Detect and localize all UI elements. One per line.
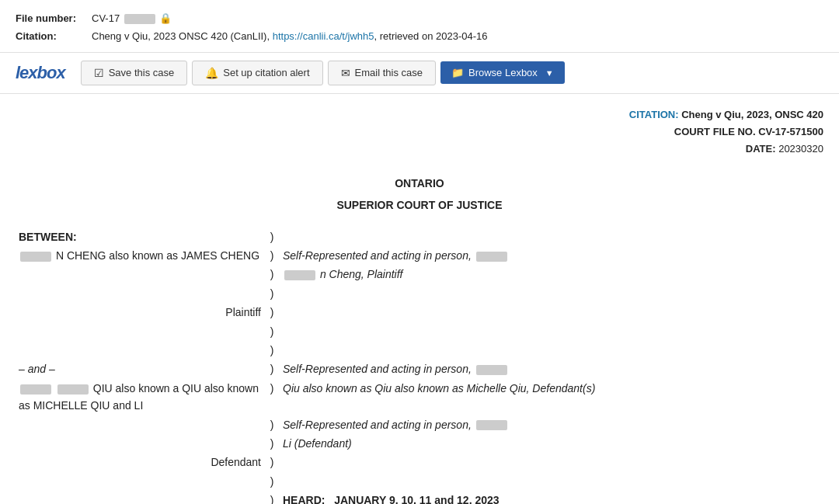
and-label-cell: – and – [16, 360, 264, 378]
and-row: – and – ) Self-Represented and acting in… [16, 360, 823, 378]
divider-cell-between: ) [264, 228, 280, 246]
redacted-def-rep2 [476, 420, 507, 430]
court-file-label: COURT FILE NO. [674, 126, 756, 137]
save-label: Save this case [109, 67, 175, 78]
file-number-label: File number: [16, 9, 85, 27]
court-file-line: COURT FILE NO. CV-17-571500 [16, 123, 823, 141]
plaintiff-label-row: Plaintiff ) [16, 303, 823, 322]
file-number-value: CV-17 🔒 [92, 9, 172, 27]
save-icon: ☑ [94, 67, 104, 79]
case-body: ONTARIO SUPERIOR COURT OF JUSTICE BETWEE… [0, 162, 839, 504]
email-button[interactable]: ✉ Email this case [328, 61, 436, 85]
heard-cell: HEARD: JANUARY 9, 10, 11 and 12, 2023 [280, 491, 823, 504]
defendant-rep1: Self-Represented and acting in person, [283, 363, 509, 375]
citation-alert-button[interactable]: 🔔 Set up citation alert [192, 61, 322, 85]
browse-label: Browse Lexbox [468, 67, 538, 78]
date-label: DATE: [746, 143, 776, 155]
court-division: SUPERIOR COURT OF JUSTICE [16, 196, 823, 215]
defendant-rep2-name: Li (Defendant) [283, 437, 352, 450]
lock-icon: 🔒 [159, 12, 172, 24]
defendant-label-row: Defendant ) [16, 453, 823, 471]
redacted-def1 [20, 384, 51, 395]
citation-label-text: CITATION: [629, 109, 679, 120]
blank-row2: ) [16, 341, 823, 360]
defendant-rep1-name: Qiu also known as Qiu also known as Mich… [283, 382, 595, 395]
court-file-val: CV-17-571500 [758, 126, 823, 137]
toolbar: lexbox ☑ Save this case 🔔 Set up citatio… [0, 52, 839, 94]
citation-alert-label: Set up citation alert [223, 67, 309, 78]
defendant-names: QIU also known a QIU also known as MICHE… [19, 382, 259, 412]
parties-table: BETWEEN: ) N CHENG also known as JAMES C… [16, 228, 823, 504]
citation-label: Citation: [16, 27, 85, 45]
plaintiff-rep: Self-Represented and acting in person, [283, 249, 509, 262]
plaintiff-rep-cell: Self-Represented and acting in person, [280, 246, 823, 265]
plaintiff-label: Plaintiff [225, 306, 261, 318]
case-header: CITATION: Cheng v Qiu, 2023, ONSC 420 CO… [0, 94, 839, 162]
heard-label: HEARD: [283, 494, 325, 504]
redacted-rep [476, 252, 507, 262]
plaintiff-name-cell: N CHENG also known as JAMES CHENG [16, 246, 264, 265]
blank-row1: ) [16, 322, 823, 341]
top-meta: File number: CV-17 🔒 Citation: Cheng v Q… [0, 0, 839, 52]
citation-link[interactable]: https://canlii.ca/t/jwhh5 [273, 30, 374, 42]
citation-value: Cheng v Qiu, 2023 ONSC 420 (CanLII), htt… [92, 27, 487, 45]
defendant-rep2-name-row: ) Li (Defendant) [16, 434, 823, 453]
between-row: BETWEEN: ) [16, 228, 823, 246]
plaintiff-name-row2: ) n Cheng, Plaintiff [16, 265, 823, 283]
chevron-down-icon: ▼ [545, 68, 554, 78]
citation-retrieved: , retrieved on 2023-04-16 [374, 30, 487, 42]
plaintiff-rep-name: n Cheng, Plaintiff [320, 268, 403, 280]
citation-val: Cheng v Qiu, 2023, ONSC 420 [681, 109, 823, 120]
date-line: DATE: 20230320 [16, 141, 823, 158]
plaintiff-name: N CHENG also known as JAMES CHENG [56, 249, 259, 262]
redacted-def-rep [476, 365, 507, 375]
defendant-rep2-name-cell: Li (Defendant) [280, 434, 823, 453]
browse-lexbox-button[interactable]: 📁 Browse Lexbox ▼ [440, 61, 565, 84]
between-label-cell: BETWEEN: [16, 228, 264, 246]
save-button[interactable]: ☑ Save this case [81, 61, 188, 85]
date-val: 20230320 [778, 143, 823, 155]
defendant-name-row: QIU also known a QIU also known as MICHE… [16, 379, 823, 415]
right-cell-between [280, 228, 823, 246]
heard-row: ) [16, 472, 823, 491]
plaintiff-name-row: N CHENG also known as JAMES CHENG ) Self… [16, 246, 823, 265]
heard-value-row: ) HEARD: JANUARY 9, 10, 11 and 12, 2023 [16, 491, 823, 504]
redacted-def2 [57, 384, 89, 395]
plaintiff-blank-row: ) [16, 284, 823, 303]
defendant-rep2: Self-Represented and acting in person, [283, 419, 509, 431]
redacted-rep2 [284, 270, 315, 280]
citation-line: CITATION: Cheng v Qiu, 2023, ONSC 420 [16, 106, 823, 123]
heard-value: JANUARY 9, 10, 11 and 12, 2023 [334, 494, 499, 504]
folder-icon: 📁 [451, 67, 464, 78]
defendant-rep1-name-cell: Qiu also known as Qiu also known as Mich… [280, 379, 823, 415]
plaintiff-label-cell: Plaintiff [16, 303, 264, 322]
blank-row3: ) Self-Represented and acting in person, [16, 415, 823, 434]
court-name: ONTARIO [16, 175, 823, 193]
citation-text: Cheng v Qiu, 2023 ONSC 420 (CanLII), [92, 30, 273, 42]
redacted-plaintiff [20, 252, 51, 262]
lexbox-logo: lexbox [16, 63, 65, 83]
redacted-block [124, 14, 155, 24]
email-icon: ✉ [341, 67, 350, 79]
heard-line: HEARD: JANUARY 9, 10, 11 and 12, 2023 [283, 494, 500, 504]
between-label: BETWEEN: [19, 231, 77, 243]
defendant-label-cell: Defendant [16, 453, 264, 471]
bell-icon: 🔔 [205, 67, 218, 79]
defendant-label: Defendant [211, 456, 261, 468]
and-label: – and – [19, 363, 55, 375]
email-label: Email this case [355, 67, 423, 78]
